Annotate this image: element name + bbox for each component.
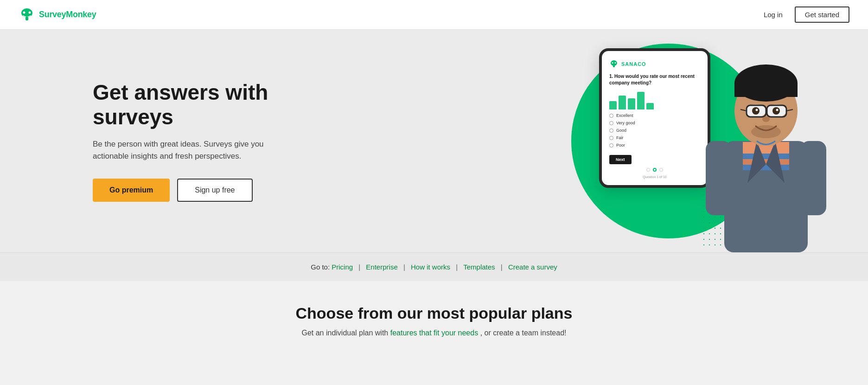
dot-1: [646, 168, 650, 172]
goto-how-it-works-link[interactable]: How it works: [411, 263, 450, 271]
svg-point-2: [29, 11, 31, 13]
option-text-very-good: Very good: [616, 121, 635, 125]
radio-good: [609, 128, 613, 133]
person-figure: [692, 39, 840, 252]
svg-point-6: [615, 62, 616, 64]
bar-4: [637, 92, 645, 109]
bar-2: [619, 96, 626, 109]
phone-option-4: Fair: [609, 135, 700, 140]
surveymonkey-logo-icon: [19, 8, 35, 21]
phone-brand-text: SANACO: [621, 61, 646, 67]
radio-fair: [609, 136, 613, 140]
plans-subtitle-prefix: Get an individual plan with: [301, 329, 390, 337]
svg-point-32: [762, 116, 770, 122]
radio-very-good: [609, 121, 613, 125]
header-actions: Log in Get started: [759, 6, 849, 23]
header: SurveyMonkey Log in Get started: [0, 0, 868, 30]
phone-brand-header: SANACO: [609, 60, 700, 68]
svg-point-28: [752, 107, 760, 115]
svg-rect-3: [26, 17, 28, 20]
plans-subtitle: Get an individual plan with features tha…: [19, 329, 849, 337]
svg-rect-12: [743, 165, 789, 170]
svg-point-5: [612, 62, 613, 64]
svg-rect-15: [706, 141, 731, 215]
goto-prefix: Go to:: [311, 263, 330, 271]
svg-point-30: [756, 109, 758, 111]
radio-poor: [609, 143, 613, 148]
goto-templates-link[interactable]: Templates: [463, 263, 495, 271]
separator-1: |: [358, 263, 360, 271]
phone-question-text: 1. How would you rate our most recent co…: [609, 73, 700, 86]
person-illustration: [692, 39, 840, 252]
bar-5: [646, 103, 654, 109]
option-text-fair: Fair: [616, 135, 624, 140]
phone-logo-icon: [609, 60, 619, 68]
hero-title: Get answers with surveys: [93, 80, 297, 129]
logo[interactable]: SurveyMonkey: [19, 8, 96, 21]
svg-rect-11: [743, 159, 789, 165]
hero-buttons: Go premium Sign up free: [93, 179, 297, 202]
phone-bar-chart: [609, 91, 700, 109]
dot-3: [659, 168, 663, 172]
hero-content: Get answers with surveys Be the person w…: [0, 52, 325, 230]
option-text-good: Good: [616, 128, 626, 133]
phone-option-3: Good: [609, 128, 700, 133]
svg-point-0: [21, 8, 32, 18]
svg-rect-16: [801, 141, 826, 215]
phone-pagination-dots: [609, 168, 700, 172]
svg-rect-7: [613, 65, 615, 67]
svg-rect-20: [734, 83, 798, 97]
phone-option-5: Poor: [609, 143, 700, 148]
goto-pricing-link[interactable]: Pricing: [332, 263, 353, 271]
phone-progress-text: Question 1 of 10: [609, 175, 700, 179]
phone-next-button[interactable]: Next: [609, 155, 632, 164]
bar-3: [628, 98, 635, 109]
radio-excellent: [609, 114, 613, 118]
svg-point-29: [772, 107, 780, 115]
get-started-button[interactable]: Get started: [795, 6, 849, 23]
option-text-poor: Poor: [616, 143, 625, 148]
dot-2: [653, 168, 657, 172]
goto-create-survey-link[interactable]: Create a survey: [508, 263, 557, 271]
goto-nav: Go to: Pricing | Enterprise | How it wor…: [0, 252, 868, 281]
sign-up-free-button[interactable]: Sign up free: [177, 179, 252, 202]
svg-point-33: [751, 125, 781, 138]
go-premium-button[interactable]: Go premium: [93, 179, 170, 202]
separator-3: |: [456, 263, 458, 271]
hero-visual: SANACO 1. How would you rate our most re…: [390, 30, 868, 252]
separator-4: |: [501, 263, 503, 271]
svg-rect-10: [743, 154, 789, 159]
hero-section: Get answers with surveys Be the person w…: [0, 30, 868, 252]
logo-text: SurveyMonkey: [39, 10, 96, 19]
plans-subtitle-suffix: , or create a team instead!: [480, 329, 567, 337]
phone-option-1: Excellent: [609, 113, 700, 118]
svg-point-1: [23, 11, 26, 13]
plans-section: Choose from our most popular plans Get a…: [0, 281, 868, 351]
separator-2: |: [403, 263, 405, 271]
hero-subtitle: Be the person with great ideas. Surveys …: [93, 138, 297, 162]
bar-1: [609, 101, 617, 109]
plans-features-link[interactable]: features that fit your needs: [390, 329, 478, 337]
goto-enterprise-link[interactable]: Enterprise: [366, 263, 397, 271]
login-button[interactable]: Log in: [759, 8, 787, 21]
svg-point-31: [776, 109, 779, 111]
plans-title: Choose from our most popular plans: [19, 304, 849, 322]
phone-option-2: Very good: [609, 121, 700, 125]
option-text-excellent: Excellent: [616, 113, 633, 118]
